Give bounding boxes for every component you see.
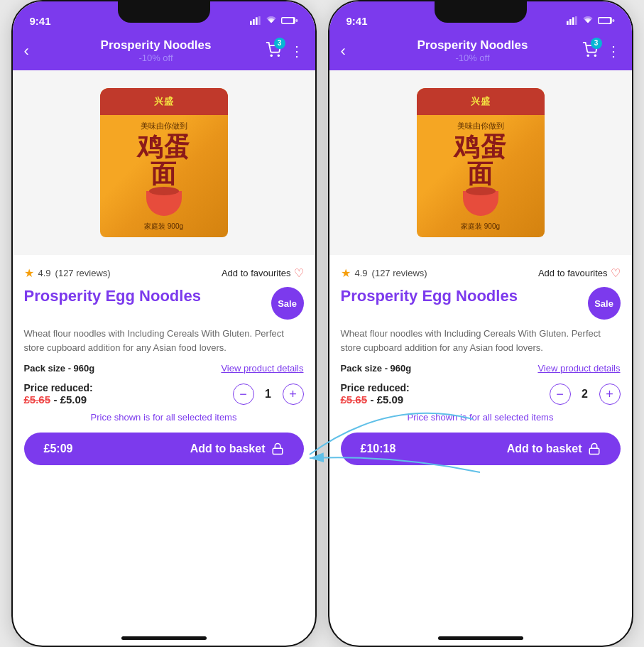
svg-rect-13 <box>572 17 574 25</box>
cart-badge-1: 3 <box>274 38 285 49</box>
rating-left-1: ★ 4.9 (127 reviews) <box>24 266 111 280</box>
svg-rect-17 <box>599 18 610 23</box>
btn-label-1: Add to basket <box>190 442 304 455</box>
header-right-2: 3 ⋮ <box>582 42 621 60</box>
price-label-2: Price reduced: <box>341 382 410 393</box>
price-left-2: Price reduced: £5.65 - £5.09 <box>341 382 410 406</box>
product-description-2: Wheat flour noodles with Including Cerea… <box>341 327 621 354</box>
product-details-2: ★ 4.9 (127 reviews) Add to favourites ♡ … <box>329 255 632 423</box>
qty-increase-2[interactable]: + <box>599 384 621 405</box>
qty-decrease-2[interactable]: − <box>550 384 571 405</box>
quantity-control-1: − 1 + <box>233 384 304 405</box>
cart-button-2[interactable]: 3 <box>582 42 598 60</box>
phone-notch-1 <box>118 1 210 23</box>
product-image-area-2: 兴盛 美味由你做到 鸡蛋 面 家庭装 900g <box>329 70 632 255</box>
product-title-row-1: Prosperity Egg Noodles Sale <box>24 287 304 320</box>
pack-size-2: Pack size - 960g <box>341 363 412 374</box>
product-description-1: Wheat flour noodles with Including Cerea… <box>24 327 304 354</box>
svg-rect-20 <box>589 448 599 454</box>
price-label-1: Price reduced: <box>24 382 93 393</box>
svg-rect-0 <box>250 21 252 25</box>
product-image-2: 兴盛 美味由你做到 鸡蛋 面 家庭装 900g <box>417 88 545 237</box>
price-separator-2: - £5.09 <box>371 393 404 406</box>
favourites-button-1[interactable]: Add to favourites ♡ <box>222 266 304 280</box>
review-count-1: (127 reviews) <box>55 268 111 278</box>
cart-button-1[interactable]: 3 <box>266 42 281 60</box>
header-right-1: 3 ⋮ <box>266 42 304 60</box>
svg-rect-12 <box>569 19 572 25</box>
product-title-2: Prosperity Egg Noodles <box>341 287 582 305</box>
sale-badge-1: Sale <box>271 287 304 320</box>
view-details-link-1[interactable]: View product details <box>221 363 303 374</box>
header-1: ‹ Prosperity Noodles -10% off 3 ⋮ <box>13 33 315 70</box>
favourites-label-2: Add to favourites <box>538 268 608 278</box>
svg-rect-3 <box>258 16 261 25</box>
cart-badge-2: 3 <box>591 38 602 49</box>
signal-icon-2 <box>567 16 578 25</box>
status-icons-1 <box>250 16 298 25</box>
svg-rect-16 <box>612 19 614 22</box>
pack-size-row-2: Pack size - 960g View product details <box>341 363 621 374</box>
price-separator-1: - £5.09 <box>54 393 87 406</box>
pack-size-1: Pack size - 960g <box>24 363 95 374</box>
wifi-icon-2 <box>582 16 594 25</box>
status-icons-2 <box>567 16 615 25</box>
signal-icon-1 <box>250 16 261 25</box>
rating-left-2: ★ 4.9 (127 reviews) <box>341 266 427 280</box>
qty-increase-1[interactable]: + <box>283 384 304 405</box>
rating-value-1: 4.9 <box>38 268 51 278</box>
phone-1: 9:41 ‹ Prosperity Noodles -10% off <box>11 0 317 647</box>
phones-wrapper: 9:41 ‹ Prosperity Noodles -10% off <box>11 0 633 647</box>
svg-point-8 <box>278 55 279 56</box>
btn-price-2: £10:18 <box>341 442 396 455</box>
header-discount-1: -10% off <box>47 53 266 63</box>
qty-decrease-1[interactable]: − <box>233 384 254 405</box>
add-to-basket-button-2[interactable]: £10:18 Add to basket <box>341 433 621 465</box>
svg-point-18 <box>587 55 589 56</box>
svg-rect-14 <box>575 16 577 25</box>
battery-icon-2 <box>598 16 615 25</box>
pack-size-row-1: Pack size - 960g View product details <box>24 363 304 374</box>
price-left-1: Price reduced: £5.65 - £5.09 <box>24 382 93 406</box>
price-old-2: £5.65 <box>341 393 368 406</box>
favourites-label-1: Add to favourites <box>222 268 291 278</box>
phone-2: 9:41 ‹ Prosperity Noodles -10% off <box>328 0 633 647</box>
svg-rect-9 <box>273 448 283 454</box>
rating-value-2: 4.9 <box>355 268 368 278</box>
header-discount-2: -10% off <box>364 53 582 63</box>
status-time-2: 9:41 <box>346 15 368 27</box>
header-title-1: Prosperity Noodles <box>47 38 266 53</box>
svg-rect-6 <box>282 18 293 23</box>
product-title-row-2: Prosperity Egg Noodles Sale <box>341 287 621 320</box>
header-title-2: Prosperity Noodles <box>364 38 582 53</box>
star-icon-1: ★ <box>24 266 34 280</box>
price-notice-2: Price shown is for all selected items <box>341 412 621 423</box>
price-values-2: £5.65 - £5.09 <box>341 393 410 406</box>
header-center-1: Prosperity Noodles -10% off <box>47 38 266 63</box>
back-button-1[interactable]: ‹ <box>24 42 47 60</box>
home-indicator-2 <box>438 636 523 640</box>
more-button-2[interactable]: ⋮ <box>606 43 621 60</box>
svg-rect-11 <box>567 21 569 25</box>
battery-icon-1 <box>281 16 298 25</box>
add-to-basket-button-1[interactable]: £5:09 Add to basket <box>24 433 304 465</box>
btn-label-2: Add to basket <box>507 442 621 455</box>
svg-point-7 <box>271 55 272 56</box>
btn-price-1: £5:09 <box>24 442 73 455</box>
home-indicator-1 <box>121 636 207 640</box>
wifi-icon-1 <box>266 16 277 25</box>
more-button-1[interactable]: ⋮ <box>290 43 304 60</box>
view-details-link-2[interactable]: View product details <box>537 363 620 374</box>
back-button-2[interactable]: ‹ <box>341 42 364 60</box>
header-center-2: Prosperity Noodles -10% off <box>364 38 582 63</box>
svg-rect-1 <box>253 19 255 25</box>
header-2: ‹ Prosperity Noodles -10% off 3 ⋮ <box>329 33 632 70</box>
svg-rect-5 <box>295 19 298 22</box>
product-details-1: ★ 4.9 (127 reviews) Add to favourites ♡ … <box>13 255 315 423</box>
rating-row-1: ★ 4.9 (127 reviews) Add to favourites ♡ <box>24 266 304 280</box>
price-notice-1: Price shown is for all selected items <box>24 412 304 423</box>
quantity-control-2: − 2 + <box>550 384 621 405</box>
qty-value-2: 2 <box>579 388 591 401</box>
product-image-area-1: 兴盛 美味由你做到 鸡蛋 面 家庭装 900g <box>13 70 315 255</box>
favourites-button-2[interactable]: Add to favourites ♡ <box>538 266 621 280</box>
